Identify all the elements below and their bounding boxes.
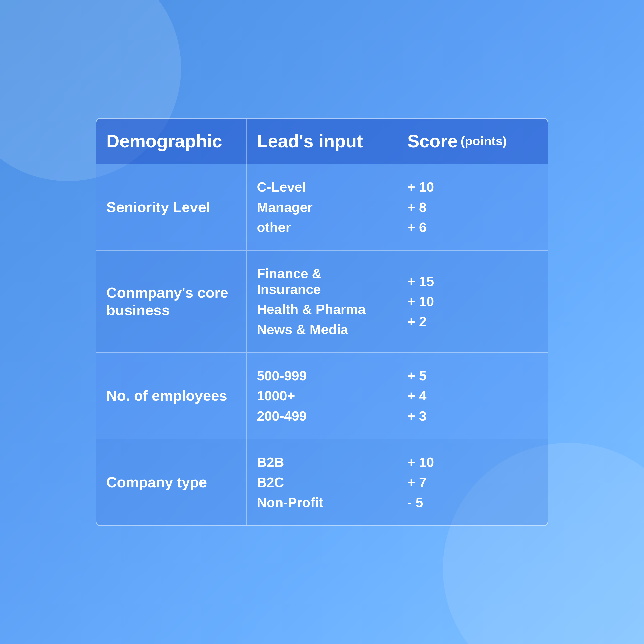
demographic-label: Seniority Level [106,198,210,216]
demographic-cell: Conmpany's core business [96,251,247,352]
leads-input-value: 200-499 [257,408,307,424]
score-cell: + 10+ 8+ 6 [397,164,548,250]
leads-input-value: 1000+ [257,388,307,404]
leads-input-value: B2B [257,454,323,470]
header-leads-input-label: Lead's input [257,131,363,151]
leads-input-value: Non-Profit [257,495,323,510]
table-row: No. of employees500-9991000+200-499+ 5+ … [96,352,548,439]
score-value: + 15 [407,273,434,289]
demographic-cell: Seniority Level [96,164,247,250]
leads-input-value: B2C [257,474,323,490]
leads-input-value: News & Media [257,321,387,337]
scoring-table: Demographic Lead's input Score (points) … [96,118,548,526]
leads-input-value: Finance & Insurance [257,266,387,297]
score-cell: + 5+ 4+ 3 [397,353,548,439]
score-value: + 8 [407,199,434,215]
leads-input-cell: C-LevelManagerother [247,164,397,250]
demographic-label: Conmpany's core business [106,284,236,319]
leads-input-cell: Finance & InsuranceHealth & PharmaNews &… [247,251,397,352]
score-value: + 3 [407,408,427,424]
score-value: + 10 [407,179,434,195]
header-demographic-label: Demographic [106,131,222,151]
score-value: + 2 [407,314,434,329]
table-row: Seniority LevelC-LevelManagerother+ 10+ … [96,164,548,250]
score-value: + 5 [407,368,427,383]
header-demographic: Demographic [96,119,247,164]
score-value: + 4 [407,388,427,404]
demographic-label: No. of employees [106,387,227,405]
leads-input-value: other [257,219,313,235]
header-score-label: Score [407,131,458,151]
table-row: Company typeB2BB2CNon-Profit+ 10+ 7- 5 [96,439,548,525]
header-score: Score (points) [397,119,548,164]
leads-input-value: C-Level [257,179,313,195]
demographic-cell: No. of employees [96,353,247,439]
header-leads-input: Lead's input [247,119,397,164]
score-value: - 5 [407,495,434,510]
demographic-cell: Company type [96,439,247,525]
header-score-sub: (points) [461,134,507,148]
table-row: Conmpany's core businessFinance & Insura… [96,250,548,352]
score-value: + 6 [407,219,434,235]
table-body: Seniority LevelC-LevelManagerother+ 10+ … [96,164,548,525]
demographic-label: Company type [106,473,207,491]
score-value: + 7 [407,474,434,490]
leads-input-cell: B2BB2CNon-Profit [247,439,397,525]
score-value: + 10 [407,454,434,470]
leads-input-value: Manager [257,199,313,215]
leads-input-value: Health & Pharma [257,301,387,317]
score-value: + 10 [407,294,434,309]
table-header: Demographic Lead's input Score (points) [96,119,548,164]
score-cell: + 15+ 10+ 2 [397,251,548,352]
score-cell: + 10+ 7- 5 [397,439,548,525]
leads-input-value: 500-999 [257,368,307,383]
leads-input-cell: 500-9991000+200-499 [247,353,397,439]
